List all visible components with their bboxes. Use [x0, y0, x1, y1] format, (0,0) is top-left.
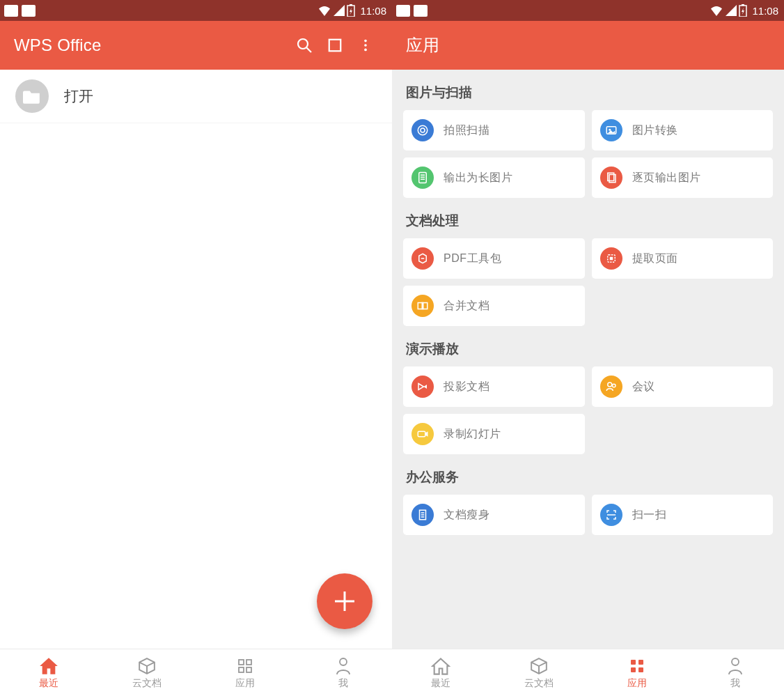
tile-label: 输出为长图片 — [444, 171, 512, 185]
meeting-icon — [600, 376, 622, 398]
signal-icon — [726, 5, 737, 16]
cube-icon — [137, 656, 157, 676]
clock-label: 11:08 — [752, 5, 778, 17]
apps-content[interactable]: 图片与扫描拍照扫描图片转换输出为长图片逐页输出图片文档处理PDF工具包提取页面合… — [392, 70, 784, 649]
multiwindow-button[interactable] — [320, 30, 350, 61]
tile-label: 投影文档 — [444, 380, 489, 394]
bottom-nav: 最近 云文档 应用 我 — [0, 649, 392, 696]
svg-rect-1 — [350, 4, 352, 6]
nav-recent[interactable]: 最近 — [392, 649, 490, 696]
camera-icon — [411, 119, 434, 141]
recent-content: 打开 — [0, 70, 392, 649]
app-tile[interactable]: 扫一扫 — [592, 495, 774, 535]
compress-icon — [411, 504, 434, 526]
app-tile[interactable]: PDF工具包 — [403, 238, 585, 279]
grid-icon — [235, 656, 255, 676]
person-icon — [334, 656, 353, 676]
nav-recent[interactable]: 最近 — [0, 649, 98, 696]
projector-icon — [411, 376, 434, 398]
app-tile[interactable]: 投影文档 — [403, 366, 585, 407]
home-icon — [39, 656, 58, 676]
svg-rect-10 — [239, 660, 244, 665]
section-title: 文档处理 — [403, 198, 773, 238]
svg-rect-36 — [631, 660, 636, 665]
square-icon — [327, 38, 343, 53]
cube-icon — [529, 656, 549, 676]
svg-point-20 — [609, 129, 611, 131]
svg-point-5 — [364, 40, 367, 42]
svg-point-31 — [607, 382, 611, 387]
pages-icon — [600, 167, 622, 189]
tile-label: 提取页面 — [632, 252, 678, 266]
nav-apps[interactable]: 应用 — [588, 649, 687, 696]
fab-new[interactable] — [317, 573, 373, 629]
screen-apps: 11:08 应用 图片与扫描拍照扫描图片转换输出为长图片逐页输出图片文档处理PD… — [392, 0, 784, 696]
pdf-icon — [411, 247, 434, 270]
nav-label: 我 — [730, 677, 740, 690]
grid-icon — [627, 656, 647, 676]
tile-label: 拍照扫描 — [444, 123, 489, 138]
app-bar: 应用 — [392, 21, 784, 70]
overflow-button[interactable] — [350, 30, 381, 61]
nav-label: 应用 — [627, 677, 647, 690]
svg-point-40 — [732, 658, 739, 665]
app-tile[interactable]: 会议 — [592, 366, 774, 407]
svg-point-6 — [364, 44, 367, 47]
bottom-nav: 最近 云文档 应用 我 — [392, 649, 784, 696]
tile-grid: 拍照扫描图片转换输出为长图片逐页输出图片 — [403, 110, 773, 198]
app-tile[interactable]: 输出为长图片 — [403, 157, 585, 198]
open-row[interactable]: 打开 — [0, 70, 392, 123]
image-icon — [600, 119, 622, 141]
section-title: 演示播放 — [403, 326, 773, 366]
screen-recent: 11:08 WPS Office 打开 最近 — [0, 0, 392, 696]
tile-label: 录制幻灯片 — [444, 427, 501, 442]
extract-icon — [600, 247, 622, 270]
tile-label: 合并文档 — [444, 299, 489, 314]
long-image-icon — [411, 167, 434, 189]
search-icon — [296, 37, 313, 54]
svg-rect-16 — [742, 4, 744, 6]
svg-rect-38 — [631, 667, 636, 672]
app-tile[interactable]: 逐页输出图片 — [592, 157, 774, 198]
status-bar: 11:08 — [0, 0, 392, 21]
app-title: WPS Office — [14, 36, 102, 55]
svg-point-17 — [418, 125, 428, 135]
open-label: 打开 — [64, 86, 93, 106]
svg-point-14 — [340, 658, 347, 665]
nav-me[interactable]: 我 — [294, 649, 392, 696]
signal-icon — [334, 5, 345, 16]
app-tile[interactable]: 图片转换 — [592, 110, 774, 150]
tile-grid: 投影文档会议录制幻灯片 — [403, 366, 773, 454]
app-tile[interactable]: 文档瘦身 — [403, 495, 585, 535]
app-tile[interactable]: 合并文档 — [403, 286, 585, 326]
section-title: 图片与扫描 — [403, 70, 773, 110]
app-tile[interactable]: 录制幻灯片 — [403, 414, 585, 454]
recent-apps-icon — [396, 5, 428, 17]
svg-rect-39 — [638, 667, 643, 672]
nav-label: 云文档 — [524, 677, 554, 690]
wifi-icon — [709, 5, 723, 16]
nav-me[interactable]: 我 — [686, 649, 784, 696]
nav-cloud[interactable]: 云文档 — [98, 649, 196, 696]
search-button[interactable] — [289, 30, 320, 61]
app-bar: WPS Office — [0, 21, 392, 70]
battery-icon — [739, 4, 747, 17]
tile-grid: 文档瘦身扫一扫 — [403, 495, 773, 535]
svg-rect-37 — [638, 660, 643, 665]
section-title: 办公服务 — [403, 454, 773, 495]
nav-apps[interactable]: 应用 — [196, 649, 295, 696]
status-bar: 11:08 — [392, 0, 784, 21]
svg-point-7 — [364, 49, 367, 52]
nav-label: 我 — [338, 677, 348, 690]
tile-label: 逐页输出图片 — [632, 171, 701, 185]
clock-label: 11:08 — [360, 5, 386, 17]
person-icon — [726, 656, 745, 676]
app-tile[interactable]: 提取页面 — [592, 238, 774, 279]
svg-line-3 — [306, 47, 311, 52]
folder-icon — [15, 79, 49, 113]
app-tile[interactable]: 拍照扫描 — [403, 110, 585, 150]
nav-label: 最近 — [39, 677, 58, 690]
nav-label: 最近 — [431, 677, 450, 690]
tile-label: 文档瘦身 — [444, 508, 489, 523]
nav-cloud[interactable]: 云文档 — [490, 649, 588, 696]
